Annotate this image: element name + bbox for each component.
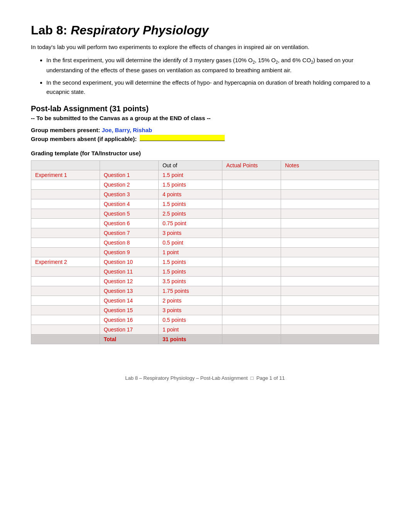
cell-experiment bbox=[31, 238, 100, 247]
total-points: 31 points bbox=[158, 334, 222, 344]
table-row: Question 73 points bbox=[31, 228, 379, 238]
cell-question: Question 10 bbox=[100, 257, 158, 267]
cell-notes bbox=[281, 286, 379, 296]
group-absent-label: Group members absent (if applicable): bbox=[31, 136, 137, 142]
table-row: Question 142 points bbox=[31, 296, 379, 305]
cell-actual bbox=[222, 257, 281, 267]
title-prefix: Lab 8: bbox=[31, 23, 71, 37]
intro-paragraph: In today's lab you will perform two expe… bbox=[31, 43, 379, 52]
table-footer: Total 31 points bbox=[31, 334, 379, 344]
total-empty-1 bbox=[31, 334, 100, 344]
postlab-subheading: -- To be submitted to the Canvas as a gr… bbox=[31, 115, 379, 121]
header-actual-text: Actual Points bbox=[226, 162, 258, 168]
cell-question: Question 11 bbox=[100, 267, 158, 276]
cell-experiment bbox=[31, 180, 100, 189]
cell-outof: 4 points bbox=[158, 189, 222, 199]
table-row: Question 60.75 point bbox=[31, 218, 379, 228]
cell-experiment bbox=[31, 315, 100, 325]
total-actual-blank bbox=[222, 334, 281, 344]
cell-outof: 1.5 point bbox=[158, 170, 222, 180]
cell-actual bbox=[222, 209, 281, 218]
group-present-label: Group members present: bbox=[31, 127, 100, 133]
cell-notes bbox=[281, 170, 379, 180]
cell-actual bbox=[222, 247, 281, 257]
cell-notes bbox=[281, 238, 379, 247]
cell-actual bbox=[222, 189, 281, 199]
table-row: Question 52.5 points bbox=[31, 209, 379, 218]
cell-question: Question 12 bbox=[100, 276, 158, 286]
total-notes-blank bbox=[281, 334, 379, 344]
bullet-item-2: In the second experiment, you will deter… bbox=[46, 78, 379, 97]
total-label: Total bbox=[100, 334, 158, 344]
table-row: Question 171 point bbox=[31, 325, 379, 334]
cell-question: Question 9 bbox=[100, 247, 158, 257]
cell-question: Question 6 bbox=[100, 218, 158, 228]
cell-experiment bbox=[31, 267, 100, 276]
grading-table: Out of Actual Points Notes Experiment 1Q… bbox=[31, 160, 379, 344]
cell-outof: 0.5 point bbox=[158, 238, 222, 247]
cell-outof: 1.5 points bbox=[158, 257, 222, 267]
cell-outof: 3 points bbox=[158, 305, 222, 315]
table-row: Question 80.5 point bbox=[31, 238, 379, 247]
cell-question: Question 13 bbox=[100, 286, 158, 296]
cell-outof: 1.5 points bbox=[158, 180, 222, 189]
cell-question: Question 8 bbox=[100, 238, 158, 247]
table-row: Experiment 1Question 11.5 point bbox=[31, 170, 379, 180]
cell-outof: 0.5 points bbox=[158, 315, 222, 325]
cell-outof: 1 point bbox=[158, 247, 222, 257]
header-outof: Out of bbox=[158, 160, 222, 170]
cell-question: Question 7 bbox=[100, 228, 158, 238]
header-question bbox=[100, 160, 158, 170]
cell-actual bbox=[222, 276, 281, 286]
cell-question: Question 2 bbox=[100, 180, 158, 189]
table-body: Experiment 1Question 11.5 pointQuestion … bbox=[31, 170, 379, 334]
cell-experiment bbox=[31, 296, 100, 305]
header-notes: Notes bbox=[281, 160, 379, 170]
cell-notes bbox=[281, 180, 379, 189]
cell-experiment bbox=[31, 228, 100, 238]
intro-bullet-list: In the first experiment, you will determ… bbox=[46, 56, 379, 97]
cell-notes bbox=[281, 189, 379, 199]
table-row: Question 160.5 points bbox=[31, 315, 379, 325]
cell-actual bbox=[222, 170, 281, 180]
table-row: Question 34 points bbox=[31, 189, 379, 199]
cell-notes bbox=[281, 305, 379, 315]
cell-notes bbox=[281, 276, 379, 286]
cell-notes bbox=[281, 267, 379, 276]
group-present-names: Joe, Barry, Rishab bbox=[102, 127, 152, 133]
cell-actual bbox=[222, 315, 281, 325]
cell-notes bbox=[281, 199, 379, 209]
header-experiment bbox=[31, 160, 100, 170]
cell-actual bbox=[222, 218, 281, 228]
table-row: Question 91 point bbox=[31, 247, 379, 257]
cell-actual bbox=[222, 296, 281, 305]
cell-actual bbox=[222, 325, 281, 334]
cell-experiment bbox=[31, 209, 100, 218]
table-row: Question 123.5 points bbox=[31, 276, 379, 286]
cell-actual bbox=[222, 228, 281, 238]
table-row: Question 41.5 points bbox=[31, 199, 379, 209]
cell-actual bbox=[222, 286, 281, 296]
cell-experiment bbox=[31, 218, 100, 228]
header-actual: Actual Points bbox=[222, 160, 281, 170]
cell-experiment bbox=[31, 189, 100, 199]
cell-notes bbox=[281, 209, 379, 218]
cell-notes bbox=[281, 257, 379, 267]
cell-question: Question 14 bbox=[100, 296, 158, 305]
cell-question: Question 15 bbox=[100, 305, 158, 315]
page-title: Lab 8: Respiratory Physiology bbox=[31, 23, 379, 37]
cell-outof: 1.5 points bbox=[158, 267, 222, 276]
cell-notes bbox=[281, 325, 379, 334]
title-italic: Respiratory Physiology bbox=[71, 23, 208, 37]
cell-notes bbox=[281, 228, 379, 238]
cell-notes bbox=[281, 315, 379, 325]
cell-actual bbox=[222, 238, 281, 247]
cell-outof: 1.5 points bbox=[158, 199, 222, 209]
cell-question: Question 17 bbox=[100, 325, 158, 334]
group-absent-blank[interactable] bbox=[140, 135, 225, 141]
cell-notes bbox=[281, 218, 379, 228]
cell-outof: 3.5 points bbox=[158, 276, 222, 286]
cell-question: Question 5 bbox=[100, 209, 158, 218]
cell-experiment bbox=[31, 286, 100, 296]
cell-question: Question 4 bbox=[100, 199, 158, 209]
